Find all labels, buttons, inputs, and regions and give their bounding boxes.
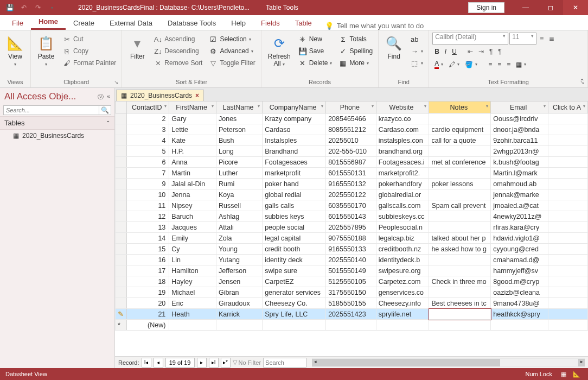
tab-table[interactable]: Table [287, 16, 319, 30]
row-selector[interactable] [116, 168, 127, 179]
cell[interactable]: 2025550122 [326, 189, 376, 200]
indent-increase-icon[interactable]: ⇥ [476, 47, 486, 56]
tab-help[interactable]: Help [223, 16, 253, 30]
cell[interactable]: brandhand.org [376, 146, 429, 157]
cell[interactable] [263, 320, 326, 331]
table-row[interactable]: 19 Michael Gibran generator services 317… [116, 287, 588, 298]
table-row[interactable]: 5 H.P. Long Brandhand 202-555-010 brandh… [116, 146, 588, 157]
cell[interactable] [548, 179, 587, 189]
cell[interactable]: legalcap.biz [376, 233, 429, 244]
column-header[interactable]: Click to A▾ [548, 102, 587, 113]
table-row[interactable]: 3 Lettie Peterson Cardaso 8085551212 Car… [116, 124, 588, 135]
font-family-select[interactable]: Calibri (Detail)▾ [432, 33, 508, 45]
selection-button[interactable]: ☑Selection ▾ [207, 34, 257, 45]
cell[interactable] [548, 222, 587, 233]
next-record-button[interactable]: ▸ [197, 358, 207, 368]
cell[interactable]: 2025557895 [326, 222, 376, 233]
advanced-button[interactable]: ⚙Advanced ▾ [207, 46, 257, 56]
cell[interactable]: heathkck@spry [491, 309, 548, 320]
cell[interactable]: 5 [127, 146, 169, 157]
cell[interactable]: Bush [216, 135, 263, 146]
row-selector[interactable]: * [116, 320, 127, 331]
cell[interactable] [429, 222, 491, 233]
cell[interactable]: Lettie [169, 124, 216, 135]
horizontal-scrollbar[interactable]: ◂▸ [312, 358, 585, 367]
row-selector[interactable] [116, 255, 127, 265]
cell[interactable]: 2whgp2013n@ [491, 146, 548, 157]
nav-group-tables[interactable]: Tables ⌃ [0, 116, 114, 130]
cell[interactable]: 202-555-010 [326, 146, 376, 157]
cell[interactable]: omahmoud.ab [491, 179, 548, 189]
prev-record-button[interactable]: ◂ [154, 358, 163, 368]
cell[interactable]: sprylife.net [376, 309, 429, 320]
cell[interactable]: subbies keys [263, 211, 326, 222]
cell[interactable]: call for a quote [429, 135, 491, 146]
close-tab-icon[interactable]: × [195, 92, 199, 99]
cell[interactable]: 17 [127, 265, 169, 276]
row-selector[interactable] [116, 233, 127, 244]
cell[interactable]: Footagesaces.i [376, 157, 429, 168]
bullets-icon[interactable]: ≡ [538, 34, 546, 43]
row-selector[interactable] [116, 287, 127, 298]
cell[interactable]: Long [216, 146, 263, 157]
row-selector[interactable] [116, 157, 127, 168]
clipboard-launcher-icon[interactable]: ↘ [114, 79, 120, 86]
cell[interactable] [429, 146, 491, 157]
row-selector[interactable] [116, 200, 127, 211]
cell[interactable]: Rumi [216, 179, 263, 189]
cell[interactable]: generator services [263, 287, 326, 298]
cell[interactable]: swipesure.org [376, 265, 429, 276]
table-row[interactable]: ✎ 21 Heath Karrick Spry Life, LLC 202555… [116, 309, 588, 320]
cell[interactable]: oazizb@cleana [491, 287, 548, 298]
table-row[interactable]: 14 Emily Zola legal capital 9075550188 l… [116, 233, 588, 244]
align-right-button[interactable]: ≡ [504, 60, 513, 69]
tab-create[interactable]: Create [66, 16, 102, 30]
cell[interactable] [376, 320, 429, 331]
cell[interactable]: galls calls [263, 200, 326, 211]
remove-sort-button[interactable]: ⨯Remove Sort [151, 58, 204, 68]
gridlines-button[interactable]: ▦▾ [514, 60, 528, 69]
cell[interactable]: Martin [169, 168, 216, 179]
cell[interactable]: Cheesezy.info [376, 298, 429, 309]
row-selector[interactable] [116, 276, 127, 287]
cell[interactable] [548, 135, 587, 146]
cell[interactable]: Lin [169, 255, 216, 265]
cell[interactable]: Eric [169, 298, 216, 309]
cell[interactable]: 5015550149 [326, 265, 376, 276]
bold-button[interactable]: B [432, 47, 442, 56]
totals-button[interactable]: ΣTotals [336, 34, 375, 45]
doc-tab-businesscards[interactable]: ▦ 2020_BusinessCards × [116, 90, 204, 101]
cell[interactable] [548, 189, 587, 200]
cell[interactable]: Karrick [216, 309, 263, 320]
font-size-select[interactable]: 11▾ [509, 33, 536, 45]
cell[interactable]: Young [216, 244, 263, 255]
cut-button[interactable]: ✂Cut [60, 34, 118, 45]
cell[interactable]: 20 [127, 298, 169, 309]
cell[interactable]: genservices.co [376, 287, 429, 298]
cell[interactable]: Russell [216, 200, 263, 211]
cell[interactable]: Jenna [169, 189, 216, 200]
cell[interactable]: 2085465466 [326, 113, 376, 124]
cell[interactable]: Peterson [216, 124, 263, 135]
cell[interactable]: Jensen [216, 276, 263, 287]
cell[interactable]: Ashlag [216, 211, 263, 222]
align-center-button[interactable]: ≡ [495, 60, 503, 69]
cell[interactable]: Peoplesocial.n [376, 222, 429, 233]
cell[interactable]: Spry Life, LLC [263, 309, 326, 320]
cell[interactable] [548, 255, 587, 265]
cell[interactable]: (New) [127, 320, 169, 331]
numbering-icon[interactable]: ≣ [547, 34, 557, 43]
cell[interactable]: 9165550133 [326, 244, 376, 255]
cell[interactable]: Hamilton [169, 265, 216, 276]
row-selector[interactable] [116, 146, 127, 157]
cell[interactable] [429, 168, 491, 179]
column-header[interactable]: LastName▾ [216, 102, 263, 113]
cell[interactable] [169, 320, 216, 331]
tab-home[interactable]: Home [31, 15, 66, 30]
row-selector[interactable] [116, 135, 127, 146]
nav-item-businesscards[interactable]: ▦ 2020_BusinessCards [0, 130, 114, 142]
cell[interactable] [548, 276, 587, 287]
cell[interactable]: dnoor.ja@bnda [491, 124, 548, 135]
tab-fields[interactable]: Fields [253, 16, 287, 30]
row-selector[interactable] [116, 124, 127, 135]
